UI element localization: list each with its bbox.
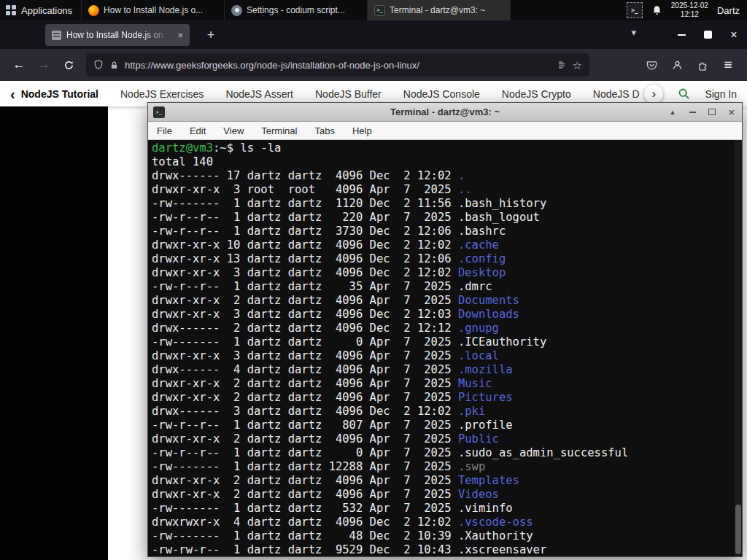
list-all-tabs-button[interactable]: ▾: [631, 27, 636, 38]
close-icon: ×: [729, 106, 735, 117]
nav-link-nodejs-assert[interactable]: NodeJS Assert: [225, 88, 293, 100]
nav-link-nodejs-buffer[interactable]: NodeJS Buffer: [315, 88, 382, 100]
reader-view-icon[interactable]: [557, 60, 567, 70]
terminal-line: drwxr-xr-x 2 dartz dartz 4096 Apr 7 2025…: [152, 391, 733, 405]
terminal-line: total 140: [152, 155, 733, 169]
taskbar-button-1[interactable]: How to Install Node.js o...: [82, 0, 225, 20]
site-nav-right: › Sign In: [644, 85, 737, 104]
terminal-shade-button[interactable]: ▴: [667, 107, 678, 117]
maximize-icon: [704, 31, 712, 39]
nav-scroll-left-icon[interactable]: ‹: [10, 87, 15, 101]
desktop: Applications How to Install Node.js o...…: [0, 0, 747, 560]
terminal-line: -rw------- 1 dartz dartz 48 Dec 2 10:39 …: [152, 529, 733, 543]
terminal-line: -rw-r--r-- 1 dartz dartz 3730 Dec 2 12:0…: [152, 225, 733, 238]
clock[interactable]: 2025-12-02 12:12: [671, 1, 708, 20]
terminal-window: >_ Terminal - dartz@vm3: ~ ▴ × FileEditV…: [147, 102, 743, 557]
tab-title: How to Install Node.js on: [66, 30, 172, 40]
forward-button[interactable]: →: [32, 53, 55, 77]
new-tab-button[interactable]: +: [201, 26, 220, 44]
applications-menu[interactable]: Applications: [0, 0, 82, 20]
clock-time: 12:12: [671, 10, 708, 20]
tray-terminal-icon[interactable]: >_: [627, 2, 643, 18]
sign-in-button[interactable]: Sign In: [705, 88, 737, 100]
terminal-menu-edit[interactable]: Edit: [190, 125, 206, 136]
settings-icon: [231, 5, 242, 16]
reload-button[interactable]: [57, 53, 80, 77]
terminal-menu-help[interactable]: Help: [352, 125, 372, 136]
nav-link-nodejs-exercises[interactable]: NodeJS Exercises: [120, 88, 204, 100]
terminal-line: -rw-r--r-- 1 dartz dartz 0 Apr 7 2025 .s…: [152, 446, 733, 460]
firefox-icon: [88, 5, 99, 16]
extensions-puzzle-icon[interactable]: [691, 53, 714, 77]
lock-icon[interactable]: [109, 61, 119, 70]
terminal-icon: [374, 5, 385, 16]
window-maximize-button[interactable]: [694, 20, 721, 49]
nav-link-nodejs-console[interactable]: NodeJS Console: [403, 88, 480, 100]
nav-link-nodejs-dns[interactable]: NodeJS DNS: [593, 88, 640, 100]
terminal-line: -rw------- 1 dartz dartz 532 Apr 7 2025 …: [152, 502, 733, 516]
terminal-line: -rw------- 1 dartz dartz 1120 Dec 2 11:5…: [152, 197, 733, 211]
terminal-scrollbar-thumb[interactable]: [735, 505, 741, 554]
menu-hamburger-icon[interactable]: ≡: [716, 53, 740, 77]
taskbar-button-3[interactable]: Terminal - dartz@vm3: ~: [368, 0, 511, 20]
terminal-line: dartz@vm3:~$ ls -la: [152, 141, 733, 155]
page-dark-section: [0, 106, 108, 560]
window-minimize-button[interactable]: [668, 20, 694, 49]
terminal-scrollbar[interactable]: [735, 140, 742, 556]
terminal-line: drwxr-xr-x 2 dartz dartz 4096 Apr 7 2025…: [152, 377, 733, 391]
nav-scroll-right-button[interactable]: ›: [644, 85, 663, 104]
terminal-line: drwxr-xr-x 13 dartz dartz 4096 Dec 2 12:…: [152, 252, 733, 266]
window-close-button[interactable]: ×: [721, 20, 747, 49]
applications-icon: [6, 5, 16, 15]
window-controls: ×: [668, 20, 747, 49]
terminal-line: drwxr-xr-x 3 dartz dartz 4096 Dec 2 12:0…: [152, 308, 733, 322]
terminal-menu-terminal[interactable]: Terminal: [261, 125, 297, 136]
taskbar-button-2[interactable]: Settings - codium script...: [225, 0, 368, 20]
terminal-line: -rw-r--r-- 1 dartz dartz 807 Apr 7 2025 …: [152, 419, 733, 432]
terminal-line: drwx------ 4 dartz dartz 4096 Apr 7 2025…: [152, 363, 733, 377]
site-nav-links: NodeJS TutorialNodeJS ExercisesNodeJS As…: [21, 88, 640, 100]
terminal-line: -rw-r--r-- 1 dartz dartz 220 Apr 7 2025 …: [152, 211, 733, 225]
notifications-bell-icon[interactable]: [651, 5, 662, 16]
account-icon[interactable]: [665, 53, 689, 77]
tab-close-button[interactable]: ×: [177, 31, 183, 40]
terminal-minimize-button[interactable]: [687, 107, 697, 117]
terminal-line: drwx------ 17 dartz dartz 4096 Dec 2 12:…: [152, 169, 733, 183]
terminal-menu-view[interactable]: View: [223, 125, 244, 136]
terminal-menu-file[interactable]: File: [157, 125, 172, 136]
terminal-titlebar[interactable]: >_ Terminal - dartz@vm3: ~ ▴ ×: [148, 103, 742, 122]
pocket-icon[interactable]: [640, 53, 663, 77]
terminal-output[interactable]: dartz@vm3:~$ ls -latotal 140drwx------ 1…: [148, 140, 742, 556]
terminal-line: drwx------ 3 dartz dartz 4096 Dec 2 12:0…: [152, 405, 733, 419]
terminal-line: drwxr-xr-x 2 dartz dartz 4096 Apr 7 2025…: [152, 432, 733, 446]
browser-tab[interactable]: How to Install Node.js on ×: [45, 24, 190, 46]
nav-link-nodejs-tutorial[interactable]: NodeJS Tutorial: [21, 88, 98, 100]
terminal-line: drwxr-xr-x 3 root root 4096 Apr 7 2025 .…: [152, 183, 733, 197]
page-favicon: [52, 31, 61, 40]
terminal-title: Terminal - dartz@vm3: ~: [148, 106, 742, 117]
tab-bar: How to Install Node.js on × + ▾ ×: [0, 20, 747, 49]
tracking-shield-icon[interactable]: [93, 60, 104, 70]
terminal-line: drwx------ 2 dartz dartz 4096 Dec 2 12:1…: [152, 322, 733, 335]
url-input[interactable]: https://www.geeksforgeeks.org/node-js/in…: [86, 53, 589, 77]
nav-link-nodejs-crypto[interactable]: NodeJS Crypto: [502, 88, 571, 100]
terminal-line: drwxr-xr-x 3 dartz dartz 4096 Dec 2 12:0…: [152, 266, 733, 280]
terminal-line: -rw------- 1 dartz dartz 0 Apr 7 2025 .I…: [152, 335, 733, 349]
back-button[interactable]: ←: [7, 53, 31, 77]
terminal-line: -rw-rw-r-- 1 dartz dartz 9529 Dec 2 10:4…: [152, 543, 733, 556]
panel-tray: >_ 2025-12-02 12:12 Dartz: [627, 0, 747, 20]
top-panel: Applications How to Install Node.js o...…: [0, 0, 747, 20]
terminal-maximize-button[interactable]: [707, 107, 717, 117]
toolbar-right: ≡: [640, 53, 740, 77]
minimize-icon: [678, 34, 686, 36]
user-menu[interactable]: Dartz: [717, 5, 740, 16]
search-icon[interactable]: [678, 88, 690, 100]
terminal-line: drwxr-xr-x 3 dartz dartz 4096 Apr 7 2025…: [152, 349, 733, 363]
terminal-window-buttons: ▴ ×: [667, 107, 737, 117]
minimize-icon: [689, 112, 696, 113]
url-text: https://www.geeksforgeeks.org/node-js/in…: [125, 60, 551, 71]
terminal-menu-tabs[interactable]: Tabs: [314, 125, 334, 136]
terminal-menubar: FileEditViewTerminalTabsHelp: [148, 122, 742, 140]
terminal-close-button[interactable]: ×: [727, 107, 737, 117]
bookmark-star-icon[interactable]: ☆: [573, 60, 582, 71]
